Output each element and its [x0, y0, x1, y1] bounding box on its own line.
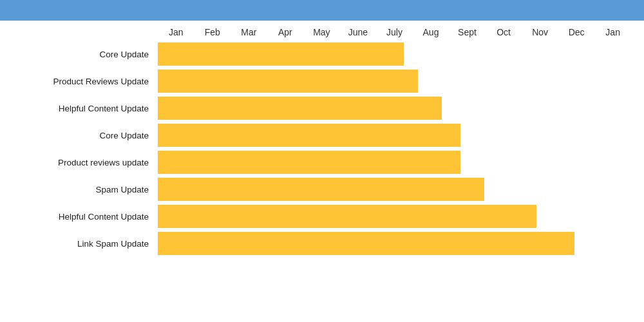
bar-container	[158, 178, 631, 201]
bar-label: Spam Update	[0, 185, 158, 194]
month-label: Jan	[594, 27, 631, 37]
bar-row: Product reviews update	[0, 151, 631, 174]
bar-container	[158, 43, 631, 66]
month-label: Nov	[522, 27, 558, 37]
bar-container	[158, 124, 631, 147]
bar-row: Core Update	[0, 124, 631, 147]
bar-fill	[158, 97, 442, 120]
bar-row: Product Reviews Update	[0, 70, 631, 93]
bar-label: Core Update	[0, 131, 158, 140]
bar-row: Helpful Content Update	[0, 205, 631, 228]
month-label: Apr	[267, 27, 304, 37]
bar-fill	[158, 151, 460, 174]
month-label: Jan	[158, 27, 194, 37]
bar-container	[158, 97, 631, 120]
bar-container	[158, 232, 631, 255]
bar-rows: Core UpdateProduct Reviews UpdateHelpful…	[0, 43, 631, 259]
bar-fill	[158, 70, 418, 93]
bar-container	[158, 205, 631, 228]
month-label: Dec	[558, 27, 595, 37]
month-label: Feb	[194, 27, 231, 37]
bar-label: Helpful Content Update	[0, 212, 158, 222]
bar-row: Helpful Content Update	[0, 97, 631, 120]
bar-container	[158, 151, 631, 174]
bar-label: Product reviews update	[0, 158, 158, 167]
month-label: Mar	[231, 27, 267, 37]
bar-label: Helpful Content Update	[0, 104, 158, 113]
month-label: May	[303, 27, 340, 37]
bar-row: Spam Update	[0, 178, 631, 201]
bar-fill	[158, 205, 536, 228]
bar-fill	[158, 43, 404, 66]
bar-label: Product Reviews Update	[0, 77, 158, 86]
header	[0, 0, 644, 21]
bar-label: Link Spam Update	[0, 239, 158, 249]
bar-row: Core Update	[0, 43, 631, 66]
chart-area: JanFebMarAprMayJuneJulyAugSeptOctNovDecJ…	[0, 21, 644, 265]
month-label: Aug	[413, 27, 450, 37]
bar-fill	[158, 124, 460, 147]
bar-container	[158, 70, 631, 93]
month-label: Oct	[486, 27, 522, 37]
bar-fill	[158, 232, 574, 255]
month-label: Sept	[449, 27, 486, 37]
bar-label: Core Update	[0, 50, 158, 59]
bar-fill	[158, 178, 484, 201]
month-label: June	[340, 27, 377, 37]
month-label: July	[376, 27, 413, 37]
month-axis: JanFebMarAprMayJuneJulyAugSeptOctNovDecJ…	[158, 27, 631, 37]
bar-row: Link Spam Update	[0, 232, 631, 255]
